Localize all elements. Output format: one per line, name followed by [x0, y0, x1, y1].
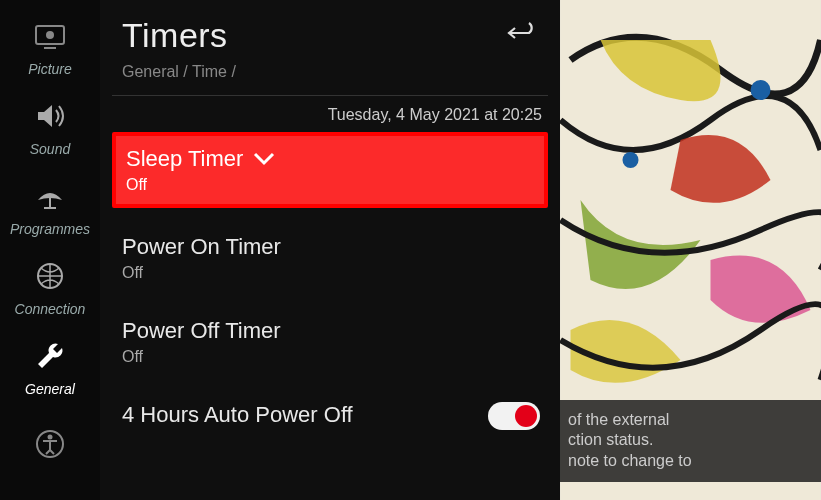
- wrench-icon: [29, 335, 71, 377]
- settings-panel: Timers General / Time / Tuesday, 4 May 2…: [100, 0, 560, 500]
- sidebar-item-label: Programmes: [10, 221, 90, 237]
- svg-point-4: [46, 31, 54, 39]
- sidebar-item-general[interactable]: General: [0, 326, 100, 406]
- page-title: Timers: [122, 16, 538, 55]
- guide-hint-overlay: of the external ction status. note to ch…: [560, 400, 821, 482]
- accessibility-icon: [29, 423, 71, 465]
- setting-label: 4 Hours Auto Power Off: [122, 402, 353, 428]
- sidebar-item-programmes[interactable]: Programmes: [0, 166, 100, 246]
- sidebar-item-picture[interactable]: Picture: [0, 6, 100, 86]
- sidebar-item-label: Connection: [15, 301, 86, 317]
- toggle-switch[interactable]: [488, 402, 540, 430]
- setting-value: Off: [122, 348, 538, 366]
- setting-power-on-timer[interactable]: Power On Timer Off: [112, 224, 548, 292]
- sidebar-item-label: General: [25, 381, 75, 397]
- back-icon: [506, 22, 536, 44]
- sidebar-item-label: Picture: [28, 61, 72, 77]
- settings-sidebar: Picture Sound Programmes Connection Gene…: [0, 0, 100, 500]
- breadcrumb: General / Time /: [122, 63, 538, 81]
- svg-point-1: [751, 80, 771, 100]
- hint-line: note to change to: [568, 451, 813, 472]
- background-content: of the external ction status. note to ch…: [560, 0, 821, 500]
- current-datetime: Tuesday, 4 May 2021 at 20:25: [100, 96, 560, 132]
- hint-line: of the external: [568, 410, 813, 431]
- hint-line: ction status.: [568, 430, 813, 451]
- picture-icon: [29, 15, 71, 57]
- setting-label: Power Off Timer: [122, 318, 281, 344]
- sidebar-item-sound[interactable]: Sound: [0, 86, 100, 166]
- sidebar-item-label: Sound: [30, 141, 70, 157]
- sidebar-item-connection[interactable]: Connection: [0, 246, 100, 326]
- sidebar-item-accessibility[interactable]: [0, 406, 100, 486]
- back-button[interactable]: [504, 20, 538, 46]
- setting-sleep-timer[interactable]: Sleep Timer Off: [112, 132, 548, 208]
- satellite-icon: [29, 175, 71, 217]
- globe-icon: [29, 255, 71, 297]
- setting-label: Sleep Timer: [126, 146, 243, 172]
- sound-icon: [29, 95, 71, 137]
- chevron-down-icon: [253, 146, 275, 172]
- setting-power-off-timer[interactable]: Power Off Timer Off: [112, 308, 548, 376]
- setting-label: Power On Timer: [122, 234, 281, 260]
- svg-point-2: [623, 152, 639, 168]
- setting-value: Off: [126, 176, 534, 194]
- setting-value: Off: [122, 264, 538, 282]
- svg-point-10: [48, 435, 53, 440]
- toggle-knob: [515, 405, 537, 427]
- setting-auto-power-off[interactable]: 4 Hours Auto Power Off: [112, 392, 548, 438]
